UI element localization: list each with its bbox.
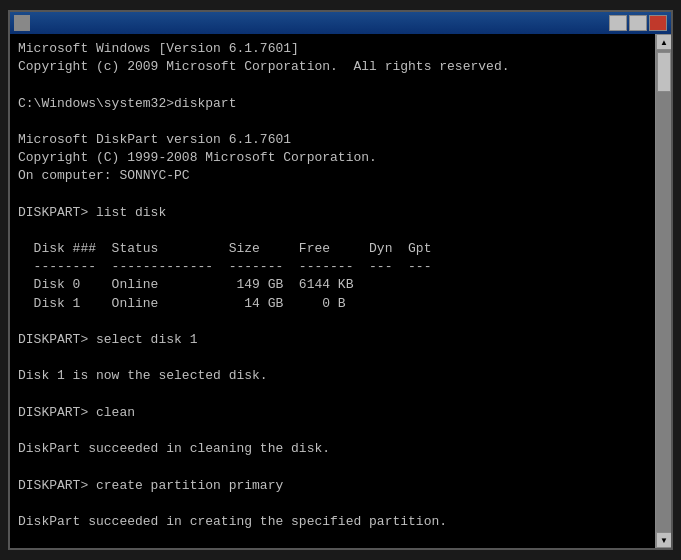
window-icon [14,15,30,31]
terminal-output[interactable]: Microsoft Windows [Version 6.1.7601] Cop… [10,34,655,548]
maximize-button[interactable] [629,15,647,31]
scrollbar-track[interactable] [656,50,671,532]
scroll-down-button[interactable]: ▼ [656,532,671,548]
scrollbar[interactable]: ▲ ▼ [655,34,671,548]
minimize-button[interactable] [609,15,627,31]
title-bar-left [14,15,34,31]
title-bar-buttons [609,15,667,31]
title-bar [10,12,671,34]
close-button[interactable] [649,15,667,31]
cmd-window: Microsoft Windows [Version 6.1.7601] Cop… [8,10,673,550]
scrollbar-thumb[interactable] [657,52,671,92]
scroll-up-button[interactable]: ▲ [656,34,671,50]
content-area: Microsoft Windows [Version 6.1.7601] Cop… [10,34,671,548]
